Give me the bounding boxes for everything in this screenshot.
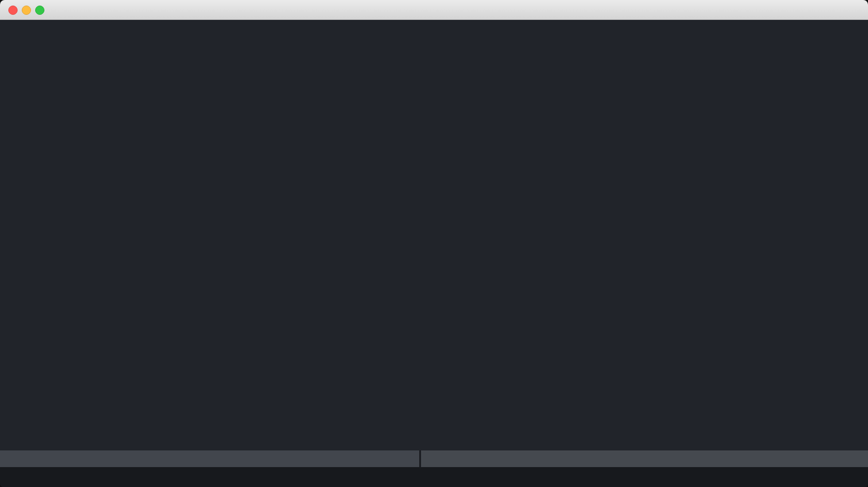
pane-left-code[interactable] — [0, 20, 413, 450]
title-bar[interactable] — [0, 0, 868, 20]
editor-split — [0, 20, 868, 450]
vim-window — [0, 0, 868, 487]
zoom-button[interactable] — [35, 6, 44, 15]
pane-right-code[interactable] — [413, 20, 868, 450]
traffic-lights — [8, 6, 44, 15]
close-button[interactable] — [8, 6, 18, 15]
status-row — [0, 450, 868, 467]
status-bar-right — [421, 450, 868, 467]
status-bar-left — [0, 450, 419, 467]
command-line[interactable] — [0, 467, 868, 487]
minimize-button[interactable] — [22, 6, 31, 15]
